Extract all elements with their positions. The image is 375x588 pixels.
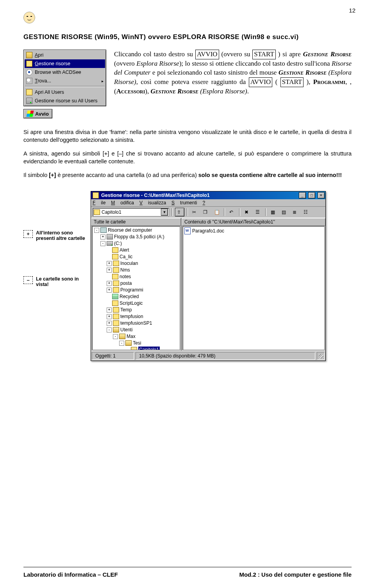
address-value: Capitolo1: [102, 209, 121, 215]
chevron-down-icon[interactable]: ▼: [161, 209, 168, 216]
tree-node[interactable]: -Tesi: [93, 340, 180, 347]
tree-node[interactable]: +Programmi: [93, 287, 180, 293]
view-details-button[interactable]: ☷: [302, 208, 311, 216]
paste-icon: 📋: [214, 209, 220, 215]
menu-item[interactable]: Apri: [25, 51, 105, 59]
scissors-icon: ✂: [192, 209, 198, 215]
tree-node[interactable]: +posta: [93, 280, 180, 287]
expand-icon[interactable]: +: [107, 321, 112, 326]
tree-label: Utenti: [120, 327, 132, 333]
undo-icon: ↶: [229, 209, 235, 215]
list-item[interactable]: Paragrafo1.doc: [184, 227, 324, 235]
properties-button[interactable]: ☰: [254, 208, 263, 216]
tree-label: Recycled: [120, 293, 139, 300]
tree-node[interactable]: ScriptLogic: [93, 300, 180, 307]
footer-right: Mod.2 : Uso del computer e gestione file: [239, 571, 352, 578]
undo-button[interactable]: ↶: [227, 208, 237, 216]
eye-icon: [26, 69, 32, 75]
separator: [171, 208, 173, 216]
menu-?[interactable]: ?: [202, 200, 211, 206]
grip-icon: [319, 354, 323, 359]
comp-icon: [100, 227, 107, 233]
tree-node[interactable]: +tempfusionSP1: [93, 320, 180, 327]
view-large-button[interactable]: ▦: [269, 208, 278, 216]
menu-strumenti[interactable]: Strumenti: [171, 200, 197, 206]
collapse-icon[interactable]: -: [107, 327, 112, 332]
resize-grip[interactable]: [317, 352, 325, 360]
menu-item[interactable]: Apri All Users: [25, 88, 105, 97]
tree-node[interactable]: +Nms: [93, 267, 180, 273]
collapse-icon[interactable]: -: [113, 334, 118, 339]
explorer-window: Gestione risorse - C:\Utenti\Max\Tesi\Ca…: [91, 191, 326, 361]
expand-icon[interactable]: +: [107, 261, 112, 266]
address-combo[interactable]: Capitolo1 ▼: [93, 208, 169, 216]
view-list-button[interactable]: ≣: [291, 208, 300, 216]
expand-icon[interactable]: +: [107, 307, 112, 313]
tree-node[interactable]: Ca_lic: [93, 254, 180, 260]
find-icon: [26, 78, 32, 84]
up-button[interactable]: ⇧: [175, 208, 184, 216]
copy-button[interactable]: ❐: [201, 208, 211, 216]
footer-left: Laboratorio di Informatica – CLEF: [23, 571, 118, 578]
cut-button[interactable]: ✂: [190, 208, 200, 216]
view-small-button[interactable]: ▤: [280, 208, 289, 216]
menu-item[interactable]: Gestione risorse su All Users: [25, 97, 105, 105]
status-space: 10,5KB (Spazio disponibile: 479 MB): [136, 352, 315, 360]
submenu-arrow-icon: ▸: [102, 79, 104, 83]
window-icon: [93, 192, 99, 198]
expand-icon[interactable]: +: [107, 314, 112, 319]
start-button-label: Avvio: [35, 111, 49, 117]
menu-item-label: Apri All Users: [35, 89, 64, 95]
paste-button[interactable]: 📋: [212, 208, 221, 216]
maximize-button[interactable]: □: [308, 192, 315, 198]
tree-label: ScriptLogic: [120, 300, 143, 307]
tree-node[interactable]: -Utenti: [93, 327, 180, 333]
tree-node[interactable]: +Temp: [93, 307, 180, 313]
delete-button[interactable]: ✖: [243, 208, 252, 216]
small-icons-icon: ▤: [282, 209, 287, 215]
folderopen-icon: [125, 340, 132, 346]
tree-node[interactable]: +Inoculan: [93, 260, 180, 267]
menu-item[interactable]: Trova...▸: [25, 77, 105, 85]
menu-visualizza[interactable]: Visualizza: [139, 200, 166, 206]
collapse-icon[interactable]: -: [94, 228, 99, 233]
tree-label: Tesi: [133, 340, 141, 347]
expand-icon[interactable]: +: [107, 268, 112, 273]
expand-icon[interactable]: +: [107, 288, 112, 293]
plus-symbol-icon: +: [23, 230, 33, 238]
collapse-icon[interactable]: -: [100, 241, 105, 246]
tree-label: Nms: [120, 267, 130, 273]
collapse-icon[interactable]: -: [119, 341, 124, 346]
start-button[interactable]: Avvio: [23, 109, 52, 118]
tree-label: notes: [120, 273, 131, 280]
copy-icon: ❐: [203, 209, 209, 215]
properties-icon: ☰: [255, 209, 261, 215]
menu-file[interactable]: File: [93, 200, 105, 206]
tree-node[interactable]: Capitolo1: [93, 347, 180, 350]
face-icon: [23, 12, 35, 23]
tree-node[interactable]: -Risorse del computer: [93, 227, 180, 234]
tree-node[interactable]: +Floppy da 3,5 pollici (A:): [93, 234, 180, 240]
close-button[interactable]: ✕: [318, 192, 325, 198]
menu-item-label: Browse with ACDSee: [35, 70, 81, 75]
up-icon: ⇧: [177, 209, 182, 215]
folder-tree[interactable]: -Risorse del computer+Floppy da 3,5 poll…: [92, 226, 180, 350]
tree-node[interactable]: Alert: [93, 247, 180, 254]
tree-label: Max: [127, 333, 136, 340]
minimize-button[interactable]: _: [299, 192, 306, 198]
tree-node[interactable]: +tempfusion: [93, 313, 180, 320]
tree-node[interactable]: Recycled: [93, 293, 180, 300]
menu-item-label: Apri: [35, 52, 43, 58]
expand-icon[interactable]: +: [100, 234, 105, 239]
tree-node[interactable]: -(C:): [93, 240, 180, 247]
menu-modifica[interactable]: Modifica: [111, 200, 134, 206]
tree-node[interactable]: -Max: [93, 333, 180, 340]
menu-item[interactable]: Browse with ACDSee: [25, 68, 105, 77]
folder-icon: [113, 267, 119, 273]
file-list[interactable]: Paragrafo1.doc: [182, 226, 325, 350]
folder-icon: [112, 300, 118, 306]
tree-node[interactable]: notes: [93, 273, 180, 280]
expand-icon[interactable]: +: [107, 281, 112, 286]
paragraph-3: Il simbolo [+] è presente accanto ad una…: [23, 172, 352, 179]
menu-item[interactable]: Gestione risorse: [25, 59, 105, 68]
